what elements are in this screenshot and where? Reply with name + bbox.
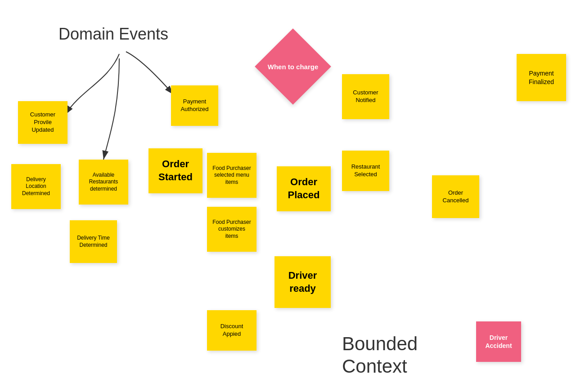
driver-ready-note: Driver ready bbox=[274, 256, 331, 308]
delivery-time-note: Delivery Time Determined bbox=[70, 220, 117, 263]
when-to-charge-label: When to charge bbox=[266, 40, 320, 94]
restaurant-selected-note: Restaurant Selected bbox=[342, 151, 389, 191]
food-purchaser-selected-note: Food Purchaser selected menu items bbox=[207, 153, 256, 198]
payment-finalized-note: Payment Finalized bbox=[517, 54, 566, 101]
available-restaurants-note: Available Restaurants determined bbox=[79, 160, 128, 205]
customer-notified-note: Customer Notified bbox=[342, 74, 389, 119]
payment-authorized-note: Payment Authorized bbox=[171, 85, 218, 126]
discount-applied-note: Discount Appied bbox=[207, 310, 256, 351]
order-started-note: Order Started bbox=[148, 148, 202, 193]
page-title: Domain Events bbox=[58, 25, 168, 44]
food-purchaser-customizes-note: Food Purchaser customizes items bbox=[207, 207, 256, 252]
bounded-context-label: Bounded Context bbox=[342, 333, 418, 378]
order-cancelled-note: Order Cancelled bbox=[432, 175, 479, 218]
driver-accident-note: Driver Accident bbox=[476, 321, 521, 362]
delivery-location-note: Delivery Location Determined bbox=[11, 164, 61, 209]
customer-profile-updated-note: Customer Provile Updated bbox=[18, 101, 68, 144]
order-placed-note: Order Placed bbox=[277, 166, 331, 211]
